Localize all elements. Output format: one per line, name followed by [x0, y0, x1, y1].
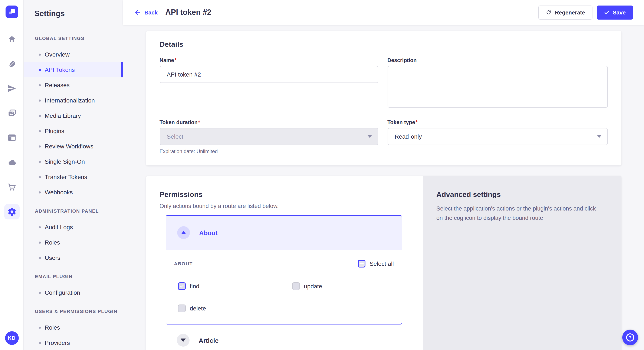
expiration-hint: Expiration date: Unlimited: [160, 149, 378, 154]
sidebar-item-webhooks[interactable]: Webhooks: [24, 184, 123, 200]
bullet-dot: [39, 326, 41, 329]
token-type-field: Token type* Read-only: [388, 120, 608, 154]
sidebar-item-audit-logs[interactable]: Audit Logs: [24, 219, 123, 235]
paper-plane-icon: [7, 84, 16, 93]
action-update[interactable]: update: [292, 282, 394, 290]
active-indicator-bar: [122, 62, 123, 77]
collapse-toggle[interactable]: [177, 226, 190, 239]
update-checkbox[interactable]: [292, 282, 300, 290]
bullet-dot: [39, 292, 41, 294]
find-checkbox[interactable]: [178, 282, 186, 290]
about-group-label: ABOUT: [174, 261, 193, 266]
select-all-label: Select all: [370, 260, 394, 267]
token-type-select[interactable]: Read-only: [388, 128, 608, 145]
sidebar-item-admin-users[interactable]: Users: [24, 250, 123, 265]
rail-item-cloud[interactable]: [4, 155, 20, 170]
name-input[interactable]: [160, 66, 378, 83]
settings-nav: GLOBAL SETTINGS Overview API Tokens Rele…: [24, 36, 123, 350]
required-asterisk: *: [174, 57, 176, 63]
section-label-global-settings: GLOBAL SETTINGS: [24, 36, 123, 41]
save-button[interactable]: Save: [596, 5, 633, 19]
settings-subnav: Settings GLOBAL SETTINGS Overview API To…: [24, 0, 123, 350]
required-asterisk: *: [198, 120, 200, 126]
token-duration-label: Token duration*: [160, 120, 378, 126]
shopping-cart-icon: [7, 182, 16, 192]
strapi-admin-app: KD Settings GLOBAL SETTINGS Overview API…: [0, 0, 644, 350]
rail-item-marketplace[interactable]: [4, 179, 20, 195]
section-label-users-permissions-plugin: USERS & PERMISSIONS PLUGIN: [24, 309, 123, 314]
regenerate-button[interactable]: Regenerate: [538, 5, 592, 19]
chevron-up-icon: [181, 231, 186, 234]
accordion-about: About ABOUT Select all: [166, 215, 402, 325]
rail-item-media-library[interactable]: [4, 105, 20, 121]
bullet-dot: [39, 226, 41, 228]
permissions-card: Permissions Only actions bound by a rout…: [146, 176, 621, 350]
sidebar-item-up-providers[interactable]: Providers: [24, 335, 123, 350]
sidebar-item-plugins[interactable]: Plugins: [24, 123, 123, 139]
sidebar-item-review-workflows[interactable]: Review Workflows: [24, 139, 123, 154]
delete-checkbox[interactable]: [178, 305, 186, 312]
rail-item-settings[interactable]: [4, 204, 20, 219]
settings-gear-icon: [7, 207, 16, 216]
section-label-email-plugin: EMAIL PLUGIN: [24, 274, 123, 279]
accordion-about-header[interactable]: About: [166, 216, 402, 250]
bullet-dot: [39, 84, 41, 86]
refresh-icon: [546, 9, 552, 15]
bullet-dot: [39, 130, 41, 132]
check-icon: [179, 284, 184, 289]
page-header: Back API token #2 Regenerate Save: [123, 0, 644, 25]
details-title: Details: [160, 40, 608, 49]
rail-item-content-builder[interactable]: [4, 56, 20, 71]
sidebar-item-api-tokens[interactable]: API Tokens: [24, 62, 123, 77]
advanced-settings-title: Advanced settings: [436, 190, 602, 199]
sidebar-item-media-library[interactable]: Media Library: [24, 108, 123, 123]
token-type-label: Token type*: [388, 120, 608, 126]
bullet-dot: [39, 257, 41, 259]
description-field: Description: [388, 57, 608, 109]
permissions-accordions: About ABOUT Select all: [166, 215, 402, 350]
token-duration-field: Token duration* Select Expiration date: …: [160, 120, 378, 154]
action-delete[interactable]: delete: [178, 305, 292, 312]
name-label: Name*: [160, 57, 378, 63]
feather-icon: [7, 59, 16, 68]
icon-rail: KD: [0, 0, 24, 350]
user-avatar[interactable]: KD: [5, 331, 18, 345]
subnav-divider: [34, 27, 45, 27]
sidebar-item-email-configuration[interactable]: Configuration: [24, 285, 123, 300]
about-group-row: ABOUT Select all: [174, 260, 394, 268]
rail-item-deploy[interactable]: [4, 81, 20, 96]
section-label-administration-panel: ADMINISTRATION PANEL: [24, 208, 123, 213]
sidebar-item-up-roles[interactable]: Roles: [24, 320, 123, 335]
back-link[interactable]: Back: [134, 9, 158, 16]
token-duration-select[interactable]: Select: [160, 128, 378, 145]
accordion-about-body: ABOUT Select all: [166, 250, 402, 324]
description-textarea[interactable]: [388, 66, 608, 108]
required-asterisk: *: [416, 120, 418, 126]
sidebar-item-single-sign-on[interactable]: Single Sign-On: [24, 154, 123, 169]
select-all-checkbox[interactable]: [358, 260, 365, 268]
media-library-icon: [7, 108, 16, 118]
accordion-article-header[interactable]: Article: [166, 325, 402, 350]
rail-avatar-area: KD: [0, 327, 24, 350]
name-field: Name*: [160, 57, 378, 109]
subnav-title: Settings: [34, 9, 123, 18]
cloud-icon: [7, 158, 16, 167]
sidebar-item-overview[interactable]: Overview: [24, 47, 123, 62]
rail-item-content-manager[interactable]: [4, 130, 20, 146]
sidebar-item-internationalization[interactable]: Internationalization: [24, 93, 123, 108]
advanced-settings-panel: Advanced settings Select the application…: [423, 176, 621, 350]
sidebar-item-transfer-tokens[interactable]: Transfer Tokens: [24, 169, 123, 184]
bullet-dot: [39, 69, 41, 71]
group-divider: [201, 263, 349, 264]
help-button[interactable]: ?: [622, 330, 638, 345]
bullet-dot: [39, 161, 41, 163]
rail-icon-nav: [4, 24, 20, 327]
action-find[interactable]: find: [178, 282, 292, 290]
strapi-logo-icon: [7, 7, 16, 16]
accordion-about-title: About: [199, 229, 218, 236]
rail-item-home[interactable]: [4, 31, 20, 47]
sidebar-item-releases[interactable]: Releases: [24, 77, 123, 93]
expand-toggle[interactable]: [176, 334, 189, 347]
sidebar-item-admin-roles[interactable]: Roles: [24, 235, 123, 250]
check-icon: [604, 9, 609, 15]
